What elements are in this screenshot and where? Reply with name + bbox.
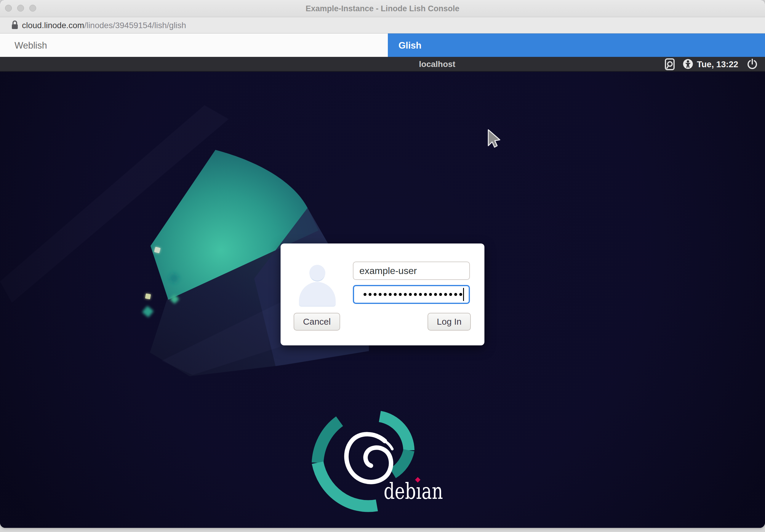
titlebar: Example-Instance - Linode Lish Console <box>0 0 765 17</box>
screen-magnifier-icon[interactable] <box>665 58 675 70</box>
url-domain: cloud.linode.com <box>22 21 84 30</box>
lock-icon <box>11 20 19 30</box>
url-bar[interactable]: cloud.linode.com/linodes/39459154/lish/g… <box>0 17 765 33</box>
address-text[interactable]: cloud.linode.com/linodes/39459154/lish/g… <box>22 17 186 33</box>
password-field[interactable] <box>353 285 470 304</box>
password-dot <box>434 293 437 296</box>
password-dot <box>394 293 397 296</box>
hostname-label: localhost <box>419 57 455 71</box>
cancel-button[interactable]: Cancel <box>294 313 340 330</box>
gnome-top-bar: localhost Tue, 13:22 <box>0 57 765 72</box>
password-dot <box>369 293 372 296</box>
username-field[interactable]: example-user <box>353 262 470 280</box>
password-dot <box>459 293 462 296</box>
lish-tabstrip: Weblish Glish <box>0 33 765 57</box>
password-dot <box>429 293 432 296</box>
password-dot <box>424 293 427 296</box>
login-button[interactable]: Log In <box>427 313 471 330</box>
password-dot <box>449 293 452 296</box>
password-dot <box>409 293 412 296</box>
debian-wordmark: debıan <box>384 478 443 504</box>
password-dot <box>454 293 457 296</box>
password-dot <box>374 293 377 296</box>
glish-desktop: localhost Tue, 13:22 <box>0 57 765 528</box>
login-dialog: example-user Cancel Log In <box>281 244 484 345</box>
text-caret <box>463 288 464 301</box>
window-title: Example-Instance - Linode Lish Console <box>0 0 765 17</box>
power-icon[interactable] <box>747 58 758 70</box>
password-dots <box>364 293 462 296</box>
password-dot <box>404 293 407 296</box>
browser-window: Example-Instance - Linode Lish Console c… <box>0 0 765 528</box>
user-avatar-icon <box>309 265 325 281</box>
screenshot-root: { "window": { "title": "Example-Instance… <box>0 0 765 532</box>
url-path: /linodes/39459154/lish/glish <box>84 21 186 30</box>
tab-glish[interactable]: Glish <box>388 33 765 57</box>
tab-weblish[interactable]: Weblish <box>0 33 388 57</box>
password-dot <box>389 293 392 296</box>
password-dot <box>384 293 386 296</box>
accessibility-icon[interactable] <box>682 58 694 70</box>
password-dot <box>444 293 447 296</box>
password-dot <box>439 293 442 296</box>
clock-label[interactable]: Tue, 13:22 <box>697 57 738 71</box>
password-dot <box>414 293 417 296</box>
user-avatar-icon-body <box>299 282 336 306</box>
password-dot <box>379 293 382 296</box>
password-dot <box>364 293 367 296</box>
password-dot <box>419 293 422 296</box>
password-dot <box>399 293 402 296</box>
